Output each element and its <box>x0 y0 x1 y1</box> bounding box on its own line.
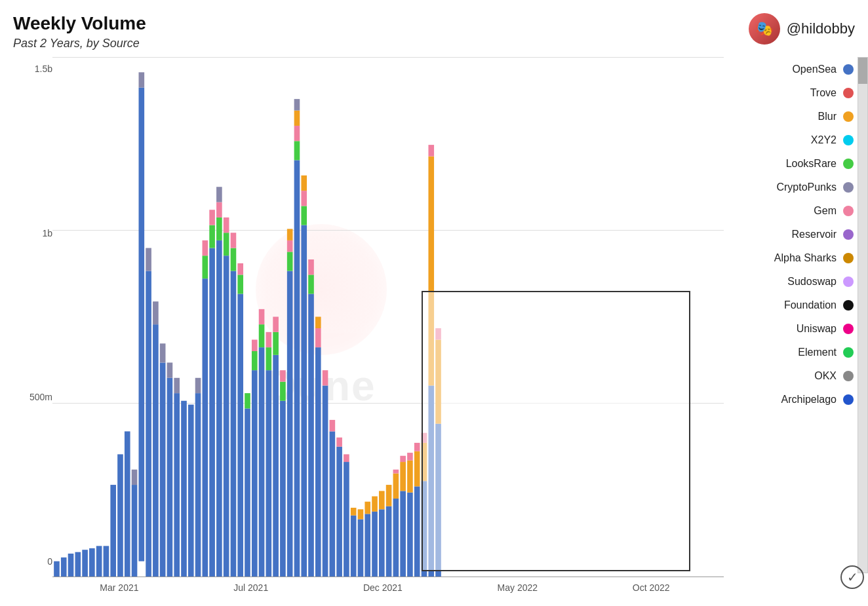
svg-rect-34 <box>209 210 215 225</box>
svg-rect-47 <box>237 263 243 275</box>
legend-item-element[interactable]: Element <box>724 347 868 358</box>
svg-rect-18 <box>153 301 159 324</box>
legend-item-sudoswap[interactable]: Sudoswap <box>724 276 868 288</box>
svg-rect-49 <box>245 393 250 408</box>
legend-label: LooksRare <box>786 158 837 170</box>
check-icon[interactable]: ✓ <box>840 565 864 589</box>
sub-title: Past 2 Years, by Source <box>13 37 146 50</box>
main-title: Weekly Volume <box>13 13 146 34</box>
svg-rect-7 <box>104 546 109 577</box>
svg-rect-66 <box>287 252 293 271</box>
svg-rect-31 <box>203 240 208 256</box>
svg-rect-29 <box>203 278 208 577</box>
svg-rect-17 <box>153 324 159 577</box>
legend-item-gem[interactable]: Gem <box>724 205 868 217</box>
svg-rect-8 <box>110 485 116 577</box>
svg-rect-43 <box>231 248 237 271</box>
legend-dot <box>843 111 854 122</box>
svg-rect-44 <box>231 233 237 248</box>
svg-rect-123 <box>435 339 441 423</box>
svg-rect-84 <box>323 385 328 577</box>
legend-item-archipelago[interactable]: Archipelago <box>724 394 868 406</box>
svg-rect-55 <box>259 309 265 324</box>
legend-item-alpha-sharks[interactable]: Alpha Sharks <box>724 252 868 264</box>
legend-dot <box>843 182 854 193</box>
username: @hildobby <box>787 20 855 37</box>
svg-rect-37 <box>216 202 222 218</box>
svg-rect-61 <box>273 317 279 332</box>
svg-rect-111 <box>407 461 413 493</box>
svg-rect-118 <box>422 433 427 443</box>
svg-rect-20 <box>160 343 166 362</box>
svg-rect-51 <box>252 351 258 370</box>
header: Weekly Volume Past 2 Years, by Source 🎭 … <box>13 13 868 50</box>
legend-item-uniswap[interactable]: Uniswap <box>724 323 868 335</box>
bottom-right: ✓ <box>837 561 868 593</box>
y-label-0: 0 <box>47 556 52 567</box>
legend-scroll: OpenSea Trove Blur X2Y2 LooksRare Crypto… <box>724 57 868 593</box>
svg-rect-35 <box>216 240 222 577</box>
svg-rect-70 <box>294 141 300 160</box>
scrollbar[interactable] <box>858 57 868 573</box>
svg-rect-122 <box>435 424 441 577</box>
x-label-mar2021: Mar 2021 <box>100 582 138 593</box>
svg-rect-100 <box>379 509 385 577</box>
svg-rect-106 <box>393 470 399 474</box>
svg-rect-62 <box>280 401 286 577</box>
svg-rect-57 <box>266 347 272 370</box>
legend-item-trove[interactable]: Trove <box>724 87 868 99</box>
legend-label: Alpha Sharks <box>774 252 837 264</box>
svg-rect-76 <box>301 191 307 206</box>
svg-rect-93 <box>351 508 357 516</box>
svg-rect-60 <box>273 332 279 355</box>
svg-rect-101 <box>379 491 385 509</box>
svg-rect-10 <box>125 431 130 577</box>
legend-dot <box>843 229 854 240</box>
legend-label: Sudoswap <box>787 276 837 288</box>
svg-rect-40 <box>224 233 229 256</box>
svg-rect-50 <box>252 370 258 577</box>
legend-item-blur[interactable]: Blur <box>724 111 868 123</box>
page-container: Weekly Volume Past 2 Years, by Source 🎭 … <box>0 0 868 606</box>
legend-item-reservoir[interactable]: Reservoir <box>724 229 868 240</box>
legend-item-x2y2[interactable]: X2Y2 <box>724 134 868 146</box>
legend-dot <box>843 371 854 381</box>
legend-item-okx[interactable]: OKX <box>724 370 868 382</box>
x-label-may2022: May 2022 <box>498 582 538 593</box>
svg-rect-28 <box>195 378 201 393</box>
svg-rect-11 <box>132 485 138 577</box>
scrollbar-thumb[interactable] <box>858 58 867 84</box>
svg-rect-24 <box>174 378 180 393</box>
user-badge: 🎭 @hildobby <box>749 13 855 45</box>
svg-rect-107 <box>400 491 406 577</box>
svg-rect-97 <box>365 502 370 514</box>
legend-dot <box>843 253 854 263</box>
svg-rect-52 <box>252 339 258 350</box>
y-label-1b: 1b <box>42 228 52 238</box>
y-axis: 1.5b 1b 500m 0 <box>13 57 52 593</box>
legend-item-opensea[interactable]: OpenSea <box>724 64 868 75</box>
svg-rect-83 <box>315 317 321 328</box>
svg-rect-75 <box>301 206 307 225</box>
legend-dot <box>843 159 854 169</box>
chart-area: 1.5b 1b 500m 0 Dune <box>13 57 868 593</box>
svg-rect-4 <box>82 550 88 577</box>
svg-rect-115 <box>414 443 420 451</box>
legend-item-looksrare[interactable]: LooksRare <box>724 158 868 170</box>
svg-rect-113 <box>414 486 420 577</box>
legend-item-foundation[interactable]: Foundation <box>724 299 868 311</box>
svg-rect-91 <box>344 454 349 462</box>
svg-rect-79 <box>308 275 314 294</box>
svg-rect-38 <box>216 187 222 202</box>
svg-rect-65 <box>287 271 293 577</box>
svg-rect-94 <box>358 520 364 577</box>
svg-rect-9 <box>117 454 123 577</box>
legend-label: Reservoir <box>792 229 837 240</box>
svg-rect-25 <box>181 401 187 577</box>
svg-rect-112 <box>407 453 413 461</box>
svg-rect-12 <box>132 470 138 485</box>
legend-item-cryptopunks[interactable]: CryptoPunks <box>724 181 868 193</box>
svg-rect-105 <box>393 474 399 499</box>
svg-rect-69 <box>294 160 300 577</box>
svg-rect-80 <box>308 259 314 275</box>
